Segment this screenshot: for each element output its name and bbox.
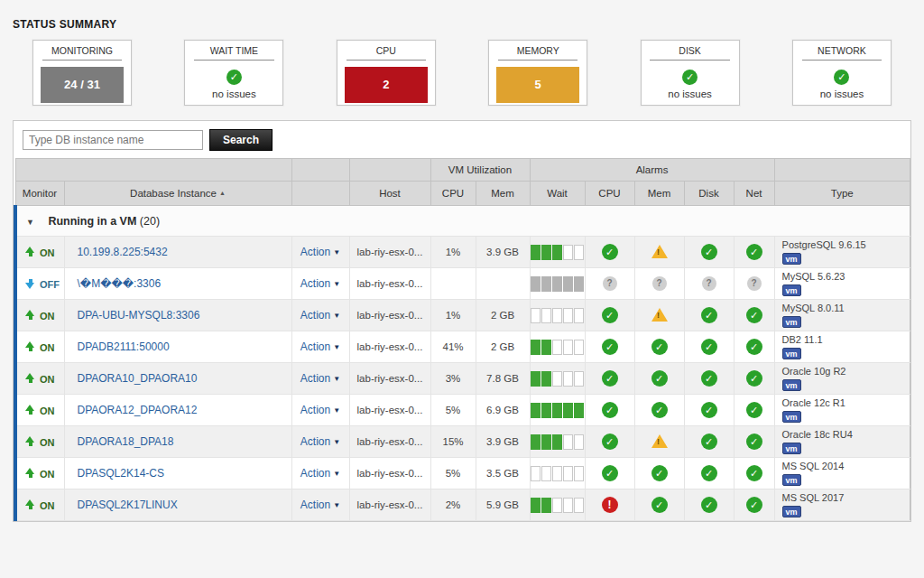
alarm-cpu-cell[interactable] [585,395,634,426]
alarm-net-cell[interactable] [734,395,774,426]
alarm-net-cell[interactable] [734,363,774,395]
alarm-cpu-cell[interactable] [585,489,634,521]
instance-link[interactable]: DPA-UBU-MYSQL8:3306 [78,309,200,322]
alarm-net-cell[interactable] [734,489,774,521]
alarm-cpu-cell[interactable] [585,363,634,395]
action-dropdown[interactable]: Action▼ [300,277,340,290]
wait-bar[interactable] [531,245,584,260]
monitor-cell[interactable]: OFF [15,268,64,300]
alarm-mem-cell[interactable] [634,237,684,268]
alarm-mem-cell[interactable] [634,395,684,426]
alarm-cpu-cell[interactable] [585,458,634,489]
alarm-net-cell[interactable] [734,426,774,458]
wait-bar[interactable] [531,340,584,355]
status-card[interactable]: WAIT TIME ✓no issues [184,40,283,106]
wait-bar[interactable] [531,371,584,387]
alarm-net-cell[interactable] [734,237,774,268]
group-row-running-in-vm[interactable]: ▼ Running in a VM (20) [15,206,910,237]
alarm-net-cell[interactable] [734,331,774,363]
alarm-disk-cell[interactable] [684,300,734,331]
action-dropdown[interactable]: Action▼ [300,372,340,385]
alarm-disk-cell[interactable] [684,489,734,521]
alarm-disk-cell[interactable] [684,268,734,300]
col-alarm-mem[interactable]: Mem [634,182,684,206]
alarm-cpu-cell[interactable] [585,426,634,458]
wait-bar-segment [531,498,541,513]
status-card[interactable]: DISK ✓no issues [641,40,740,106]
alarm-mem-cell[interactable] [634,426,684,458]
wait-bar[interactable] [531,403,584,418]
wait-bar[interactable] [531,308,584,323]
action-dropdown[interactable]: Action▼ [300,435,340,448]
search-button[interactable]: Search [209,129,273,151]
monitor-cell[interactable]: ON [15,426,64,458]
instance-link[interactable]: \�M���:3306 [78,277,162,290]
vm-cpu-cell: 5% [430,458,476,489]
alarm-disk-cell[interactable] [684,363,734,395]
alarm-mem-cell[interactable] [634,331,684,363]
alarm-cpu-cell[interactable] [585,237,634,268]
action-dropdown[interactable]: Action▼ [300,467,340,480]
alarm-disk-cell[interactable] [684,395,734,426]
col-host[interactable]: Host [349,182,430,206]
alarm-mem-cell[interactable] [634,268,684,300]
status-card[interactable]: NETWORK ✓no issues [792,40,892,106]
col-alarm-net[interactable]: Net [734,182,774,206]
alarm-unknown-icon [603,276,617,291]
action-dropdown[interactable]: Action▼ [300,404,340,416]
monitor-cell[interactable]: ON [15,331,64,363]
monitor-cell[interactable]: ON [15,300,64,331]
col-type[interactable]: Type [774,182,910,206]
alarm-disk-cell[interactable] [684,426,734,458]
instance-link[interactable]: DPAORA18_DPA18 [78,435,174,448]
status-card[interactable]: CPU 2 [337,40,436,106]
status-cards: MONITORING 24 / 31 WAIT TIME ✓no issues … [32,40,892,106]
alarm-net-cell[interactable] [734,300,774,331]
wait-bar[interactable] [531,276,584,292]
col-vm-mem[interactable]: Mem [476,182,530,206]
monitor-cell[interactable]: ON [15,237,64,268]
instance-link[interactable]: DPASQL2K17LINUX [78,499,178,511]
alarm-disk-cell[interactable] [684,237,734,268]
instance-link[interactable]: DPAORA10_DPAORA10 [78,372,198,385]
alarm-cpu-cell[interactable] [585,268,634,300]
monitor-cell[interactable]: ON [15,489,64,521]
monitor-cell[interactable]: ON [15,363,64,395]
card-body: ✓no issues [642,67,739,99]
wait-bar[interactable] [531,466,584,481]
monitor-cell[interactable]: ON [15,458,64,489]
alarm-ok-icon [602,434,618,450]
instance-link[interactable]: DPASQL2K14-CS [78,467,165,480]
instance-link[interactable]: DPAORA12_DPAORA12 [78,404,198,416]
col-monitor[interactable]: Monitor [15,182,64,206]
alarm-net-cell[interactable] [734,268,774,300]
action-dropdown[interactable]: Action▼ [300,499,340,511]
instance-link[interactable]: 10.199.8.225:5432 [78,246,168,258]
wait-bar[interactable] [531,498,584,513]
instance-link[interactable]: DPADB2111:50000 [78,340,170,353]
alarm-cpu-cell[interactable] [585,331,634,363]
status-card[interactable]: MEMORY 5 [488,40,587,106]
col-alarm-cpu[interactable]: CPU [585,182,634,206]
col-vm-cpu[interactable]: CPU [430,182,476,206]
col-alarm-wait[interactable]: Wait [530,182,585,206]
status-card[interactable]: MONITORING 24 / 31 [32,40,132,106]
monitor-cell[interactable]: ON [15,395,64,426]
col-database-instance[interactable]: Database Instance▲ [64,182,291,206]
search-input[interactable] [23,130,203,150]
alarm-net-cell[interactable] [734,458,774,489]
alarm-mem-cell[interactable] [634,458,684,489]
alarm-ok-icon [602,465,618,481]
action-dropdown[interactable]: Action▼ [300,246,340,258]
alarm-mem-cell[interactable] [634,489,684,521]
alarm-mem-cell[interactable] [634,300,684,331]
alarm-cpu-cell[interactable] [585,300,634,331]
alarm-mem-cell[interactable] [634,363,684,395]
collapse-caret-icon[interactable]: ▼ [26,218,34,227]
alarm-disk-cell[interactable] [684,331,734,363]
action-dropdown[interactable]: Action▼ [300,309,340,322]
wait-bar[interactable] [531,434,584,450]
col-alarm-disk[interactable]: Disk [684,182,734,206]
alarm-disk-cell[interactable] [684,458,734,489]
action-dropdown[interactable]: Action▼ [300,340,340,353]
